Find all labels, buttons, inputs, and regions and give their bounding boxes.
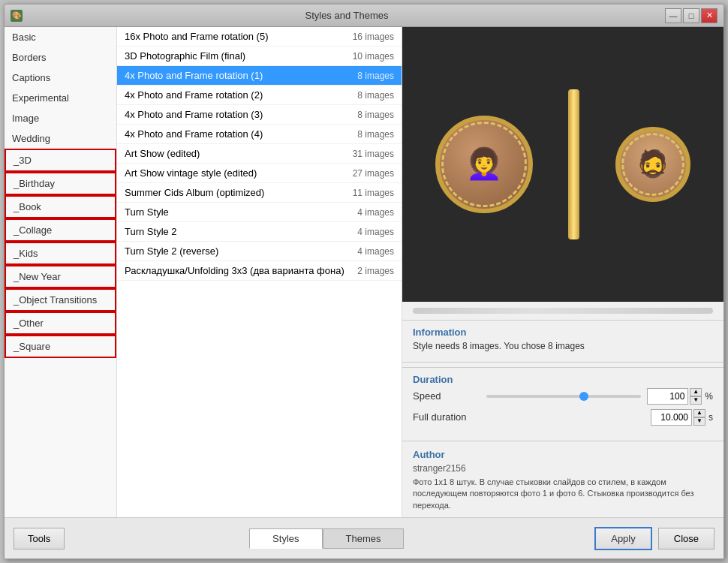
speed-slider-thumb[interactable] [579,392,588,401]
style-name: Turn Style 2 (reverse) [125,245,357,257]
bottom-bar: Tools Styles Themes Apply Close [5,517,723,558]
sidebar-item-wedding[interactable]: Wedding [5,128,116,149]
style-count: 4 images [357,207,394,218]
speed-spinner-buttons: ▲ ▼ [690,388,702,405]
style-name: Art Show (edited) [125,148,353,159]
sidebar-item-_newyear[interactable]: _New Year [5,265,116,288]
information-section: Information Style needs 8 images. You ch… [402,320,723,357]
maximize-button[interactable]: □ [683,8,699,23]
style-name: Art Show vintage style (edited) [125,167,353,179]
sidebar-item-basic[interactable]: Basic [5,27,116,47]
sidebar-item-_birthday[interactable]: _Birthday [5,172,116,195]
style-count: 8 images [357,129,394,140]
style-count: 8 images [357,71,394,81]
sidebar-item-_3d[interactable]: _3D [5,149,116,172]
sidebar-item-_objecttransitions[interactable]: _Object Transitions [5,288,116,312]
divider-2 [402,441,723,441]
style-row[interactable]: Art Show (edited)31 images [117,144,402,164]
window-controls: — □ ✕ [665,8,717,23]
divider-1 [402,362,723,363]
close-window-button[interactable]: ✕ [701,8,717,23]
title-bar: 🎨 Styles and Themes — □ ✕ [5,5,723,27]
style-row[interactable]: 4x Photo and Frame rotation (1)8 images [117,66,402,86]
information-title: Information [413,327,713,338]
full-duration-decrement-button[interactable]: ▼ [693,417,705,426]
style-count: 8 images [357,110,394,120]
style-name: 4x Photo and Frame rotation (1) [125,70,357,81]
duration-section: Duration Speed ▲ ▼ % [402,367,723,436]
speed-increment-button[interactable]: ▲ [690,388,702,396]
style-count: 4 images [357,227,394,237]
duration-title: Duration [413,374,713,385]
full-duration-unit: s [708,412,713,423]
apply-button[interactable]: Apply [594,527,652,550]
speed-slider-track[interactable] [486,395,641,398]
sidebar-item-image[interactable]: Image [5,108,116,128]
style-count: 8 images [357,90,394,101]
style-row[interactable]: Summer Cids Album (optimized)11 images [117,183,402,203]
close-button[interactable]: Close [658,528,714,549]
sidebar-item-_book[interactable]: _Book [5,195,116,218]
sidebar-item-captions[interactable]: Captions [5,68,116,88]
style-row[interactable]: Art Show vintage style (edited)27 images [117,164,402,183]
style-name: Turn Style 2 [125,226,357,237]
full-duration-increment-button[interactable]: ▲ [693,409,705,417]
style-name: Summer Cids Album (optimized) [125,187,353,198]
tab-styles[interactable]: Styles [249,528,322,549]
minimize-button[interactable]: — [665,8,681,23]
tools-button[interactable]: Tools [14,528,65,549]
tab-themes[interactable]: Themes [323,528,405,549]
style-name: 16x Photo and Frame rotation (5) [125,31,353,42]
author-section: Author stranger2156 Фото 1x1 8 штук. В с… [402,446,723,517]
style-row[interactable]: Turn Style4 images [117,203,402,222]
style-row[interactable]: 3D Photographic Film (final)10 images [117,47,402,66]
style-name: 4x Photo and Frame rotation (3) [125,109,357,120]
tab-area: Styles Themes [65,528,588,549]
style-row[interactable]: 4x Photo and Frame rotation (4)8 images [117,125,402,144]
style-count: 10 images [353,51,394,62]
style-count: 4 images [357,246,394,257]
speed-decrement-button[interactable]: ▼ [690,396,702,405]
sidebar-item-borders[interactable]: Borders [5,47,116,68]
main-panel: 16x Photo and Frame rotation (5)16 image… [117,27,723,517]
full-duration-row: Full duration ▲ ▼ s [413,409,713,426]
full-duration-input[interactable] [651,409,692,426]
window-title: Styles and Themes [29,10,665,21]
sidebar-item-_collage[interactable]: _Collage [5,218,116,242]
speed-input[interactable] [647,388,688,405]
speed-unit: % [705,391,713,402]
style-row[interactable]: 4x Photo and Frame rotation (3)8 images [117,105,402,125]
style-name: 4x Photo and Frame rotation (4) [125,128,357,140]
preview-scrollbar[interactable] [413,308,713,314]
preview-content: 👩‍🦱 🧔 [402,27,723,302]
style-name: 4x Photo and Frame rotation (2) [125,89,357,101]
sidebar-item-_square[interactable]: _Square [5,335,116,358]
style-row[interactable]: Turn Style 2 (reverse)4 images [117,242,402,261]
full-duration-spinner-buttons: ▲ ▼ [693,409,705,426]
style-count: 2 images [357,266,394,276]
preview-ornament [568,89,579,239]
style-name: Turn Style [125,206,357,218]
preview-frame-1: 👩‍🦱 [435,116,533,213]
style-row[interactable]: 4x Photo and Frame rotation (2)8 images [117,86,402,105]
main-window: 🎨 Styles and Themes — □ ✕ BasicBordersCa… [4,4,724,559]
preview-area: 👩‍🦱 🧔 [402,27,723,302]
sidebar-item-_kids[interactable]: _Kids [5,242,116,265]
style-row[interactable]: Turn Style 24 images [117,222,402,242]
author-description: Фото 1x1 8 штук. В случае стыковки слайд… [413,477,713,511]
style-count: 16 images [353,32,394,42]
style-row[interactable]: 16x Photo and Frame rotation (5)16 image… [117,27,402,47]
sidebar-item-experimental[interactable]: Experimental [5,88,116,108]
preview-frame-2: 🧔 [615,127,690,202]
style-count: 31 images [353,149,394,159]
author-title: Author [413,449,713,460]
style-count: 27 images [353,168,394,179]
app-icon: 🎨 [11,10,23,22]
content-area: BasicBordersCaptionsExperimentalImageWed… [5,27,723,517]
style-name: Раскладушка/Unfolding 3x3 (два варианта … [125,265,357,276]
sidebar-item-_other[interactable]: _Other [5,312,116,335]
style-row[interactable]: Раскладушка/Unfolding 3x3 (два варианта … [117,261,402,281]
style-name: 3D Photographic Film (final) [125,50,353,62]
full-duration-label: Full duration [413,411,480,423]
speed-label: Speed [413,390,480,402]
